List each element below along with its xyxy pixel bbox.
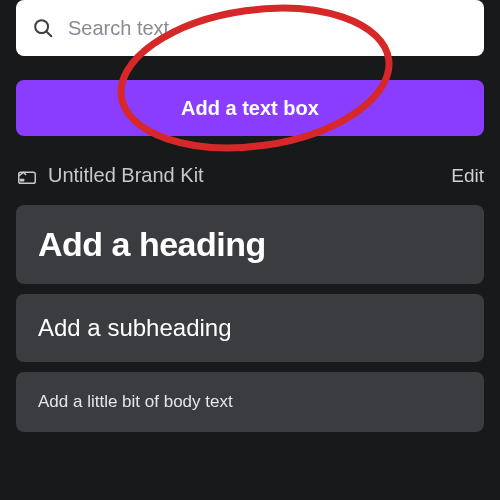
add-text-box-button[interactable]: Add a text box — [16, 80, 484, 136]
brand-kit-label-group: Untitled Brand Kit — [16, 164, 204, 187]
add-subheading-card[interactable]: Add a subheading — [16, 294, 484, 362]
brand-kit-name: Untitled Brand Kit — [48, 164, 204, 187]
search-icon — [32, 17, 54, 39]
subheading-style-label: Add a subheading — [38, 314, 462, 342]
edit-brand-kit-link[interactable]: Edit — [451, 165, 484, 187]
svg-line-1 — [46, 31, 51, 36]
heading-style-label: Add a heading — [38, 225, 462, 264]
search-bar[interactable] — [16, 0, 484, 56]
brand-kit-icon — [16, 165, 38, 187]
svg-rect-3 — [20, 178, 25, 181]
body-style-label: Add a little bit of body text — [38, 392, 462, 412]
add-heading-card[interactable]: Add a heading — [16, 205, 484, 284]
brand-kit-row: Untitled Brand Kit Edit — [16, 164, 484, 187]
add-body-text-card[interactable]: Add a little bit of body text — [16, 372, 484, 432]
search-input[interactable] — [68, 17, 468, 40]
